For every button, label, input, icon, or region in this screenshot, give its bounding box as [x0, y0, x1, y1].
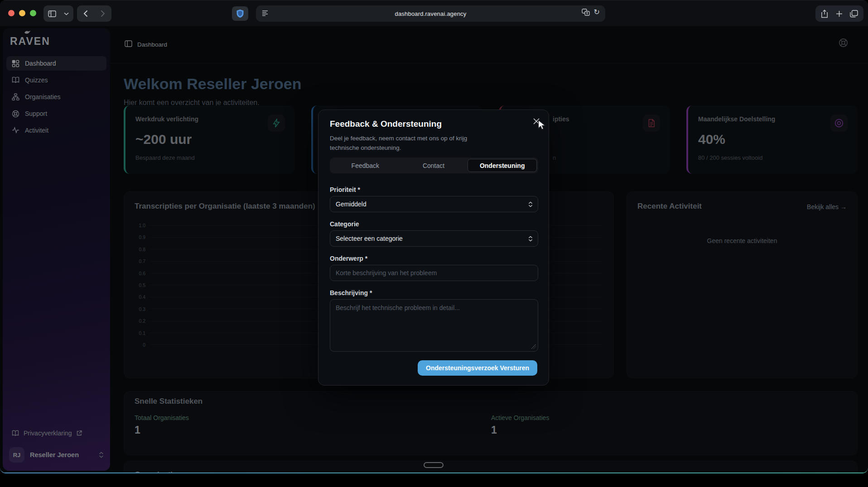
- share-icon[interactable]: [821, 10, 828, 18]
- subject-input[interactable]: [330, 265, 538, 281]
- shield-icon: [236, 9, 244, 18]
- tab-feedback[interactable]: Feedback: [331, 159, 400, 172]
- forward-button[interactable]: [101, 10, 105, 17]
- minimize-window-button[interactable]: [19, 10, 25, 16]
- chevron-up-down-icon: [528, 236, 533, 242]
- screen: dashboard.ravenai.agency ↻: [0, 0, 868, 487]
- translate-icon[interactable]: [582, 9, 590, 16]
- dialog-description: Deel je feedback, neem contact met ons o…: [330, 134, 488, 153]
- extension-shield-button[interactable]: [232, 6, 248, 21]
- submit-support-request-button[interactable]: Ondersteuningsverzoek Versturen: [418, 360, 537, 376]
- category-select[interactable]: Selecteer een categorie: [330, 230, 538, 247]
- close-window-button[interactable]: [8, 10, 14, 16]
- page-content: RAVEN: [0, 26, 868, 473]
- description-textarea[interactable]: [330, 299, 538, 352]
- subject-label: Onderwerp *: [330, 255, 367, 262]
- reload-icon[interactable]: ↻: [594, 9, 600, 16]
- category-value: Selecteer een categorie: [336, 235, 403, 242]
- back-button[interactable]: [83, 10, 88, 17]
- chevron-down-icon[interactable]: [64, 12, 69, 15]
- resize-handle[interactable]: [531, 344, 536, 349]
- feedback-support-dialog: Feedback & Ondersteuning Deel je feedbac…: [318, 110, 549, 386]
- address-bar[interactable]: dashboard.ravenai.agency ↻: [256, 5, 605, 22]
- zoom-window-button[interactable]: [30, 10, 36, 16]
- mouse-cursor: [537, 119, 546, 131]
- priority-value: Gemiddeld: [336, 201, 366, 208]
- dialog-tabs: Feedback Contact Ondersteuning: [330, 158, 538, 173]
- url-text[interactable]: dashboard.ravenai.agency: [256, 10, 605, 17]
- safari-window: dashboard.ravenai.agency ↻: [0, 0, 868, 473]
- new-tab-icon[interactable]: [836, 10, 843, 17]
- browser-toolbar: dashboard.ravenai.agency ↻: [0, 0, 868, 27]
- tab-contact[interactable]: Contact: [400, 159, 468, 172]
- chevron-up-down-icon: [528, 201, 533, 207]
- category-label: Categorie: [330, 220, 359, 228]
- toolbar-right-group: [815, 5, 863, 22]
- dialog-title: Feedback & Ondersteuning: [330, 119, 442, 129]
- description-label: Beschrijving *: [330, 289, 372, 296]
- sidebar-toggle-icon[interactable]: [48, 10, 56, 17]
- window-controls: [8, 10, 36, 16]
- tab-ondersteuning[interactable]: Ondersteuning: [468, 159, 537, 172]
- priority-label: Prioriteit *: [330, 186, 360, 193]
- sidebar-toggle-group[interactable]: [43, 5, 73, 22]
- tab-overview-icon[interactable]: [850, 10, 858, 18]
- history-nav-group: [77, 5, 111, 22]
- priority-select[interactable]: Gemiddeld: [330, 196, 538, 212]
